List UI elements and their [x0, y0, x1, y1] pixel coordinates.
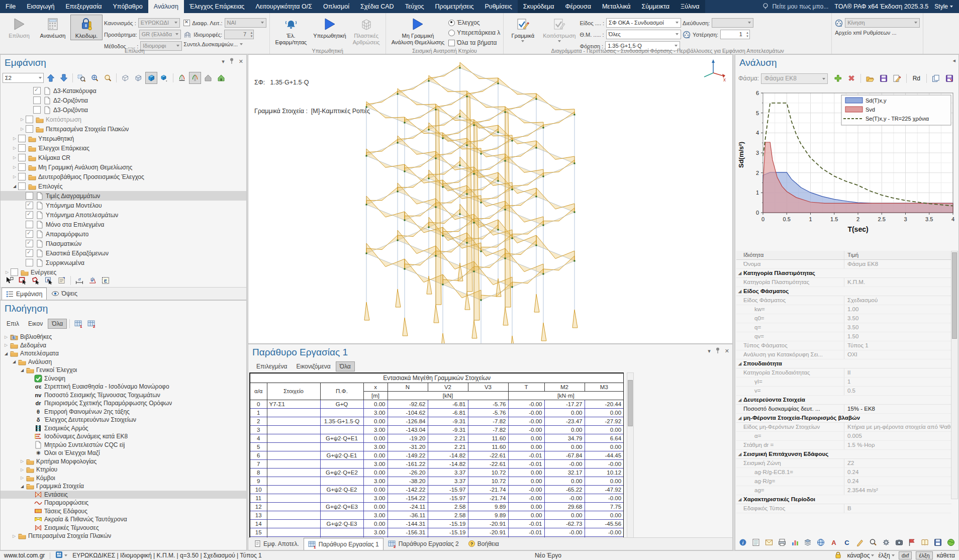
property-section[interactable]: ◢Κατηγορία Πλαστιμότητας	[736, 269, 951, 278]
disk-button[interactable]	[932, 537, 943, 548]
tree-expander-icon[interactable]: ◢	[3, 351, 10, 356]
tree-item[interactable]: ▷BΒιβλιοθήκες	[1, 333, 246, 341]
tree-item[interactable]: nvΠοσοστό Σεισμικής Τέμνουσας Τοιχωμάτων	[1, 391, 246, 400]
menu-tab[interactable]: Σχέδια CAD	[355, 0, 400, 13]
menu-tab[interactable]: Υπόβαθρο	[107, 0, 148, 13]
ribbon-button[interactable]: Ανανέωση	[37, 15, 69, 40]
snap-toggle[interactable]: έλξη	[916, 551, 932, 559]
tab-inactive[interactable]: Όψεις	[47, 287, 82, 300]
select-filter-button[interactable]: F	[43, 274, 55, 287]
table-1-button[interactable]: 1	[72, 318, 84, 330]
tree-item[interactable]: θΕπιρροή Φαινομένων 2ης τάξης	[1, 408, 246, 416]
property-row[interactable]: Τύπος ΦάσματοςΤύπος 1	[736, 341, 951, 350]
tree-item[interactable]: ▷Κτηρίου	[1, 465, 246, 474]
add-button[interactable]	[832, 72, 844, 84]
filter-button[interactable]: Όλα	[336, 361, 355, 371]
tree-item[interactable]: Συρρικνωμένα	[1, 258, 246, 267]
checkbox[interactable]	[26, 202, 33, 209]
select-polygon-button[interactable]	[30, 274, 42, 287]
property-row[interactable]: Είδος ΦάσματοςΣχεδιασμού	[736, 296, 951, 305]
save-as-button[interactable]	[943, 72, 955, 84]
pencil-button[interactable]	[854, 537, 866, 548]
column-header[interactable]: Στοιχείο	[267, 383, 320, 400]
select-add-button[interactable]	[4, 274, 16, 287]
model-viewport[interactable]: ΣΦ: 1.35·G+1.5·Q Γραμμικά Στοιχεία : [M]…	[248, 54, 733, 344]
checkbox[interactable]	[18, 154, 26, 161]
rd-button[interactable]: Rd	[910, 74, 923, 82]
menu-tab[interactable]: Οπλισμοί	[318, 0, 355, 13]
properties-scrollbar[interactable]	[951, 251, 958, 499]
tree-item[interactable]: ▷Μη Γραμμική Ανάλυση Θεμελίωσης	[1, 162, 246, 172]
property-row[interactable]: Κατηγορία ΣπουδαιότηταςII	[736, 368, 951, 378]
ribbon-button[interactable]: Έλ. Εφαρμ/τητας	[273, 15, 310, 47]
tree-expander-icon[interactable]: ▷	[19, 117, 26, 122]
chart-button[interactable]	[790, 537, 801, 548]
tree-item[interactable]: σεΣτρεπτική Ευαισθησία - Ισοδύναμο Μονώρ…	[1, 383, 246, 391]
checkbox[interactable]	[18, 144, 26, 152]
column-header[interactable]: N	[388, 383, 428, 392]
checkbox[interactable]	[26, 221, 33, 228]
menu-tab[interactable]: Σκυρόδεμα	[518, 0, 560, 13]
table-row[interactable]: 133.00-36.112.589.890.000.000.00	[250, 511, 624, 520]
checkbox[interactable]	[183, 20, 190, 26]
mail-button[interactable]	[763, 537, 775, 548]
tell-me-search[interactable]: Πείτε μου πως μπο...	[762, 3, 828, 11]
tab-παράθυρο-εργασίας-1[interactable]: 1Παράθυρο Εργασίας 1	[304, 538, 383, 550]
tree-item[interactable]: ▷Πεπερασμένα Στοιχεία Πλακών	[1, 532, 246, 540]
property-row[interactable]: q0=3.50	[736, 314, 951, 323]
property-section[interactable]: ◢Είδος Φάσματος	[736, 287, 951, 296]
tree-item[interactable]: Παραμορφώσεις	[1, 499, 246, 507]
property-section[interactable]: ◢Σπουδαιότητα	[736, 359, 951, 368]
camera-button[interactable]	[894, 537, 905, 548]
tree-item[interactable]: Σεισμικές Τέμνουσες	[1, 524, 246, 532]
print-button[interactable]	[777, 537, 788, 548]
arrow-down-button[interactable]	[58, 72, 70, 84]
checkbox[interactable]	[26, 211, 33, 219]
property-row[interactable]: Κατηγορία ΠλαστιμότηταςΚ.Π.Μ.	[736, 278, 951, 287]
menu-tab[interactable]: Φέρουσα	[560, 0, 597, 13]
tree-item[interactable]: drΠεριορισμός Σχετικής Παραμόρφωσης Ορόφ…	[1, 399, 246, 408]
property-row[interactable]: ag·R/g-EC8.1=0.24	[736, 468, 951, 477]
sheet-button[interactable]	[750, 537, 761, 548]
table-vertical-scrollbar[interactable]	[627, 372, 634, 538]
column-header[interactable]: M3	[585, 383, 624, 392]
tree-expander-icon[interactable]: ◢	[11, 184, 18, 189]
property-row[interactable]: q=3.50	[736, 323, 951, 332]
tree-item[interactable]: ◢Επιλογές	[1, 181, 246, 191]
ribbon-button[interactable]: Μη Γραμμική Ανάλυση Θεμελίωσης	[389, 15, 447, 47]
tree-item[interactable]: δΈλεγχος Δευτερευόντων Στοιχείων	[1, 416, 246, 424]
table-row[interactable]: 6G+ψ2·Q-E10.00-149.22-14.82-22.61-0.01-6…	[250, 451, 624, 460]
menu-tab[interactable]: Μεταλλικά	[597, 0, 636, 13]
checkbox[interactable]	[448, 40, 455, 46]
close-icon[interactable]: ✕	[239, 58, 243, 65]
checkbox[interactable]	[26, 116, 33, 123]
checkbox[interactable]	[26, 240, 33, 247]
tree-item[interactable]: ▷Κόμβοι	[1, 474, 246, 483]
psi-angle-button[interactable]: ψ	[86, 274, 99, 287]
section-expander-icon[interactable]: ◢	[736, 495, 743, 504]
section-expander-icon[interactable]: ◢	[736, 287, 743, 296]
property-row[interactable]: Ποσοστό δυσκαμψίας δευτ. ...15% - ΕΚ8	[736, 405, 951, 414]
section-expander-icon[interactable]: ◢	[736, 359, 743, 368]
ribbon-combo[interactable]: Όλες	[606, 30, 681, 39]
tree-expander-icon[interactable]: ▷	[11, 165, 18, 169]
table-row[interactable]: 8G+ψ2·Q+E20.00-26.203.3710.720.0032.1710…	[250, 469, 624, 477]
tree-expander-icon[interactable]: ▷	[19, 127, 26, 131]
tree-item[interactable]: Υπόμνημα Μοντέλου	[1, 201, 246, 210]
tree-expander-icon[interactable]: ▷	[19, 468, 26, 472]
table-row[interactable]: 93.00-38.203.3710.720.000.000.00	[250, 477, 624, 486]
world-button[interactable]	[945, 537, 956, 548]
cube-menu-button[interactable]	[158, 72, 170, 84]
table-row[interactable]: 0Υ7-Σ1G+Q0.00-92.62-6.81-5.76-0.00-17.27…	[250, 400, 624, 409]
layers-button[interactable]	[803, 537, 814, 548]
flag-button[interactable]	[907, 537, 918, 548]
tree-item[interactable]: Εντάσεις	[1, 491, 246, 499]
property-section[interactable]: ◢Σεισμική Επιτάχυνση Εδάφους	[736, 450, 951, 459]
menu-tab[interactable]: Έλεγχος Επάρκειας	[184, 0, 250, 13]
menu-tab[interactable]: Ρυθμίσεις	[479, 0, 517, 13]
tree-item[interactable]: Μητρώο Συντελεστών CQC εij	[1, 441, 246, 449]
ribbon-combo[interactable]: ΣΦ ΟΚΑ - Συνδυασμοί	[606, 18, 681, 28]
info-button[interactable]: i	[737, 537, 748, 548]
table-row[interactable]: 113.00-154.22-15.97-21.74-0.00-0.00-0.00	[250, 494, 624, 503]
tree-expander-icon[interactable]: ▷	[19, 476, 26, 480]
